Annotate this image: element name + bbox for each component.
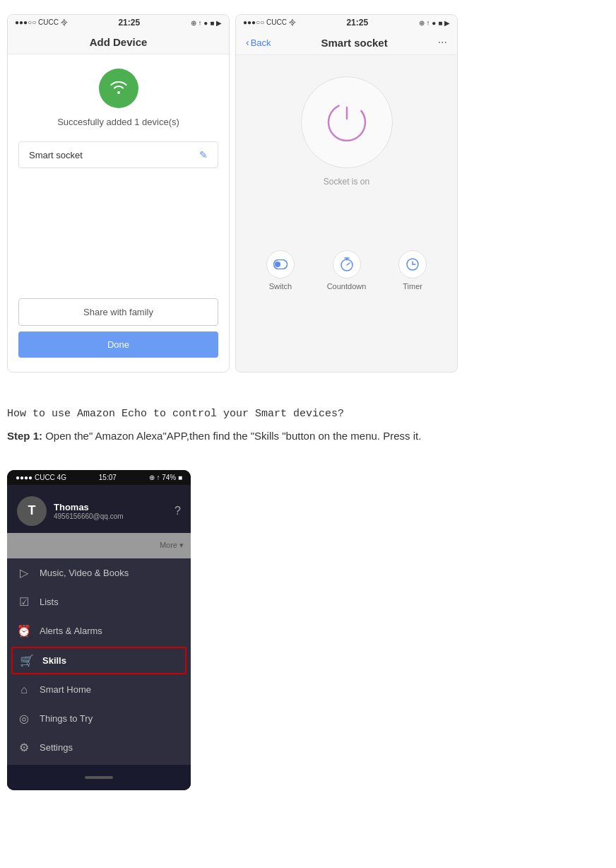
smarthome-icon: ⌂ — [17, 684, 31, 696]
timer-icon-item[interactable]: Timer — [398, 250, 427, 291]
alexa-menu: ▷ Music, Video & Books ☑ Lists ⏰ Alerts … — [7, 558, 191, 765]
socket-status-label: Socket is on — [324, 177, 369, 187]
countdown-icon-item[interactable]: Countdown — [327, 250, 367, 291]
right-status-left: ●●●○○ CUCC 令 — [243, 18, 296, 28]
wifi-symbol — [109, 78, 129, 98]
back-label: Back — [251, 37, 271, 48]
countdown-icon — [333, 250, 361, 278]
share-with-family-button[interactable]: Share with family — [18, 298, 218, 326]
left-status-left: ●●●○○ CUCC 令 — [15, 18, 68, 28]
right-status-right: ⊕ ↑ ● ■ ▶ — [419, 19, 450, 27]
menu-item-music[interactable]: ▷ Music, Video & Books — [7, 558, 191, 587]
timer-label: Timer — [403, 282, 422, 291]
text-section: How to use Amazon Echo to control your S… — [0, 387, 616, 464]
step1-content: Open the" Amazon Alexa"APP,then find the… — [42, 430, 421, 442]
right-status-time: 21:25 — [346, 18, 368, 28]
left-nav-bar: Add Device — [8, 30, 229, 54]
how-to-heading: How to use Amazon Echo to control your S… — [7, 408, 609, 420]
username-label: Thomas — [54, 502, 167, 512]
alerts-icon: ⏰ — [17, 624, 31, 638]
user-avatar: T — [17, 496, 47, 526]
switch-label: Switch — [269, 282, 292, 291]
skills-label: Skills — [42, 655, 178, 666]
lists-label: Lists — [40, 597, 181, 607]
step1-text: Step 1: Open the" Amazon Alexa"APP,then … — [7, 428, 609, 445]
more-button[interactable]: ··· — [438, 36, 447, 49]
power-button[interactable] — [301, 76, 393, 168]
switch-icon-item[interactable]: Switch — [266, 250, 295, 291]
alexa-status-right: ⊕ ↑ 74% ■ — [149, 474, 182, 481]
done-button[interactable]: Done — [18, 332, 218, 358]
alexa-status-bar: ●●●● CUCC 4G 15:07 ⊕ ↑ 74% ■ — [7, 470, 191, 485]
left-phone: ●●●○○ CUCC 令 21:25 ⊕ ↑ ● ■ ▶ Add Device … — [7, 14, 230, 373]
help-icon[interactable]: ? — [174, 505, 181, 517]
settings-icon: ⚙ — [17, 741, 31, 754]
success-message: Succesfully added 1 device(s) — [57, 117, 179, 127]
right-phone-content: Socket is on Switch — [236, 55, 457, 305]
alexa-user-header: T Thomas 4956156660@qq.com ? — [7, 485, 191, 533]
menu-item-alerts[interactable]: ⏰ Alerts & Alarms — [7, 616, 191, 645]
wifi-success-icon — [99, 69, 138, 108]
step1-bold: Step 1: — [7, 430, 42, 442]
countdown-label: Countdown — [327, 282, 367, 291]
alexa-status-left: ●●●● CUCC 4G — [16, 474, 66, 481]
alerts-label: Alerts & Alarms — [40, 626, 181, 636]
alexa-status-center: 15:07 — [99, 474, 117, 481]
left-nav-title: Add Device — [90, 36, 148, 48]
music-label: Music, Video & Books — [40, 568, 181, 578]
things-label: Things to Try — [40, 713, 181, 724]
left-status-right: ⊕ ↑ ● ■ ▶ — [191, 19, 222, 27]
right-status-bar: ●●●○○ CUCC 令 21:25 ⊕ ↑ ● ■ ▶ — [236, 15, 457, 30]
home-bar-area — [7, 765, 191, 790]
left-status-time: 21:25 — [118, 18, 140, 28]
home-indicator — [85, 776, 113, 779]
switch-icon — [266, 250, 295, 278]
svg-line-7 — [347, 263, 350, 265]
left-phone-content: Succesfully added 1 device(s) Smart sock… — [8, 54, 229, 372]
settings-label: Settings — [40, 742, 181, 753]
device-name-label: Smart socket — [29, 150, 83, 160]
left-status-bar: ●●●○○ CUCC 令 21:25 ⊕ ↑ ● ■ ▶ — [8, 15, 229, 30]
menu-item-lists[interactable]: ☑ Lists — [7, 587, 191, 616]
music-icon: ▷ — [17, 566, 31, 580]
edit-icon[interactable]: ✎ — [199, 149, 208, 160]
smarthome-label: Smart Home — [40, 684, 181, 695]
lists-icon: ☑ — [17, 595, 31, 609]
back-button[interactable]: ‹ Back — [246, 37, 271, 48]
right-nav-bar: ‹ Back Smart socket ··· — [236, 30, 457, 55]
right-phone: ●●●○○ CUCC 令 21:25 ⊕ ↑ ● ■ ▶ ‹ Back Smar… — [235, 14, 458, 373]
alexa-app-content: T Thomas 4956156660@qq.com ? More ▾ ▷ Mu… — [7, 485, 191, 790]
back-chevron-icon: ‹ — [246, 37, 249, 48]
menu-item-skills[interactable]: 🛒 Skills — [11, 647, 186, 674]
alexa-phone: ●●●● CUCC 4G 15:07 ⊕ ↑ 74% ■ T Thomas 49… — [7, 470, 191, 790]
bottom-icons-row: Switch Countdown — [250, 243, 443, 291]
right-nav-title: Smart socket — [321, 37, 388, 49]
skills-icon: 🛒 — [20, 654, 34, 667]
menu-item-smarthome[interactable]: ⌂ Smart Home — [7, 676, 191, 704]
menu-item-settings[interactable]: ⚙ Settings — [7, 733, 191, 762]
user-info: Thomas 4956156660@qq.com — [54, 502, 167, 520]
svg-point-3 — [275, 262, 280, 267]
more-dropdown[interactable]: More ▾ — [160, 541, 184, 550]
things-icon: ◎ — [17, 712, 31, 725]
menu-item-things[interactable]: ◎ Things to Try — [7, 704, 191, 733]
avatar-letter: T — [28, 503, 36, 518]
timer-icon — [398, 250, 427, 278]
main-content-partial: More ▾ — [7, 533, 191, 558]
email-label: 4956156660@qq.com — [54, 512, 167, 520]
device-row: Smart socket ✎ — [18, 141, 218, 168]
